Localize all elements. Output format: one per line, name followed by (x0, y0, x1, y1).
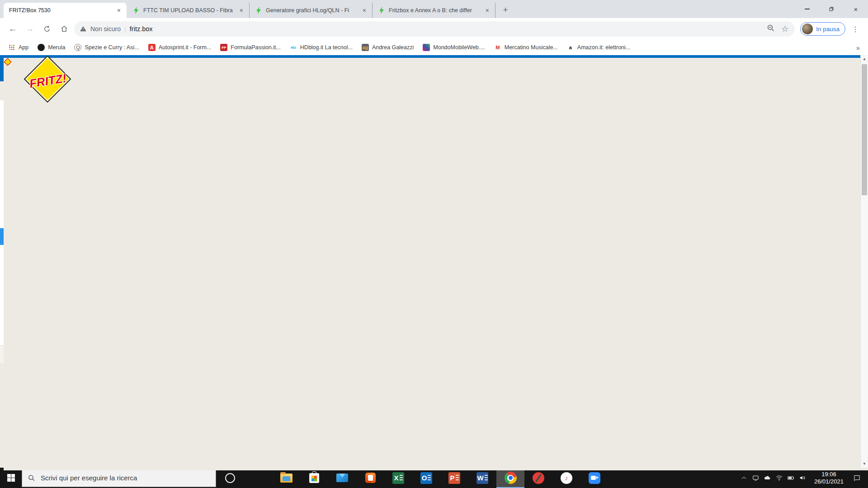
office-shape (365, 473, 376, 483)
back-icon[interactable]: ← (5, 22, 20, 36)
tab-close-icon[interactable]: × (238, 7, 245, 14)
folder-shape (280, 474, 292, 483)
tab-close-icon[interactable]: × (116, 7, 122, 14)
new-tab-button[interactable]: + (499, 4, 512, 16)
battery-icon[interactable] (787, 474, 795, 482)
taskbar-clock[interactable]: 19:06 26/01/2021 (814, 471, 844, 485)
cast-icon[interactable] (752, 474, 760, 482)
taskbar-taskview-icon[interactable] (244, 468, 272, 488)
taskbar-cortana-icon[interactable] (216, 468, 244, 488)
browser-tab[interactable]: FTTC TIM UPLOAD BASSO - Fibra× (127, 3, 250, 18)
tab-close-icon[interactable]: × (361, 7, 368, 14)
bookmark-favicon: ag (362, 44, 369, 51)
tab-close-icon[interactable]: × (484, 7, 491, 14)
wifi-icon[interactable] (775, 474, 783, 482)
taskbar-powerpoint-icon[interactable]: P (440, 468, 468, 488)
bookmark-label: Amazon.it: elettroni... (577, 44, 630, 51)
tabf (280, 472, 286, 474)
minimize-button[interactable] (795, 0, 819, 18)
start-button[interactable] (0, 468, 22, 488)
bookmark-label: FormulaPassion.it... (231, 44, 280, 51)
bookmark-item[interactable]: HDHDblog.it La tecnol... (286, 42, 356, 52)
omnibox[interactable]: Non sicuro | fritz.box ☆ (74, 21, 795, 37)
clock-time: 19:06 (814, 471, 844, 478)
bookmark-label: Spezie e Curry : Asi... (85, 44, 139, 51)
bookmark-favicon (38, 44, 45, 51)
chrome-shape (505, 472, 517, 484)
browser-tab[interactable]: Generatore grafici HLog/QLN - Fi× (250, 3, 373, 18)
browser-menu-icon[interactable]: ⋮ (848, 25, 863, 33)
bookmark-item[interactable]: Merula (34, 42, 69, 52)
cortana-shape (225, 473, 235, 483)
forward-icon[interactable]: → (23, 22, 37, 36)
bookmark-item[interactable]: QSpezie e Curry : Asi... (71, 42, 142, 52)
bookmarks-bar: AppMerulaQSpezie e Curry : Asi...AAutosp… (0, 40, 868, 55)
close-button[interactable]: × (844, 0, 868, 18)
browser-tab[interactable]: Fritzbox e Annex A o B: che differ× (373, 3, 495, 18)
bookmark-label: Merula (48, 44, 65, 51)
browser-tab[interactable]: FRITZ!Box 7530× (4, 3, 127, 18)
taskbar-mail-icon[interactable] (328, 468, 356, 488)
security-label: Non sicuro (90, 25, 121, 33)
taskbar-explorer-icon[interactable] (272, 468, 300, 488)
bookmarks-list: AppMerulaQSpezie e Curry : Asi...AAutosp… (5, 42, 634, 52)
ccleaner-shape (533, 472, 544, 484)
bookmark-item[interactable]: AAutosprint.it - Form... (145, 42, 215, 52)
page-scrollbar[interactable]: ▲ ▼ (860, 55, 868, 468)
bookmark-item[interactable]: MMercatino Musicale... (491, 42, 561, 52)
taskbar-ccleaner-icon[interactable] (524, 468, 552, 488)
warning-triangle (80, 25, 87, 33)
bookmark-favicon: M (494, 44, 501, 51)
bookmark-item[interactable]: aAmazon.it: elettroni... (563, 42, 634, 52)
scroll-up-icon[interactable]: ▲ (861, 57, 868, 61)
bookmark-favicon: Q (74, 44, 81, 51)
home-icon[interactable] (57, 22, 71, 36)
itunes-shape: ♪ (561, 472, 572, 484)
magnifier-minus (767, 24, 775, 32)
not-secure-warning-icon[interactable] (80, 25, 87, 33)
profile-chip[interactable]: In pausa (800, 22, 845, 36)
bookmark-item[interactable]: MondoMobileWeb.... (419, 42, 488, 52)
tab-title: FRITZ!Box 7530 (9, 7, 112, 14)
bookmark-item[interactable]: FPFormulaPassion.it... (217, 42, 284, 52)
reload-icon[interactable] (40, 22, 54, 36)
reload-glyph (43, 25, 51, 33)
taskbar-chrome-icon[interactable] (496, 468, 524, 488)
bookmark-item[interactable]: agAndrea Galeazzi (358, 42, 417, 52)
action-center-icon[interactable] (853, 474, 861, 482)
taskbar-outlook-icon[interactable]: O (412, 468, 440, 488)
tab-title: Fritzbox e Annex A o B: che differ (389, 7, 481, 14)
home-glyph (60, 25, 68, 33)
taskbar-zoom-icon[interactable] (580, 468, 609, 488)
clock-date: 26/01/2021 (814, 478, 844, 485)
bolt-favicon-icon (378, 7, 385, 14)
scroll-down-icon[interactable]: ▼ (861, 462, 868, 466)
powerpoint-glyph: P (448, 472, 460, 484)
outlook-glyph: O (420, 472, 432, 484)
bookmark-label: Andrea Galeazzi (372, 44, 414, 51)
taskbar-office-icon[interactable] (356, 468, 384, 488)
taskbar-store-icon[interactable] (300, 468, 328, 488)
bookmark-item[interactable]: App (5, 42, 32, 52)
scrollbar-thumb[interactable] (862, 64, 867, 195)
bookmarks-overflow-icon[interactable]: » (856, 44, 863, 52)
taskbar-excel-icon[interactable]: X (384, 468, 412, 488)
fritz-logo[interactable]: FRITZ! (23, 56, 72, 106)
browser-titlebar: FRITZ!Box 7530×FTTC TIM UPLOAD BASSO - F… (0, 0, 868, 18)
taskbar-word-icon[interactable]: W (468, 468, 496, 488)
bookmark-star-icon[interactable]: ☆ (781, 25, 789, 33)
excel-glyph: X (392, 472, 404, 484)
restore-button[interactable] (819, 0, 844, 18)
tray-chevron-icon[interactable] (740, 474, 748, 482)
bolt-favicon-icon (255, 7, 262, 14)
volume-icon[interactable] (799, 474, 807, 482)
system-tray: 19:06 26/01/2021 (740, 471, 868, 485)
bookmark-label: HDblog.it La tecnol... (300, 44, 353, 51)
taskbar-itunes-icon[interactable]: ♪ (552, 468, 580, 488)
zoom-indicator-icon[interactable] (767, 24, 775, 34)
url-text: fritz.box (130, 25, 153, 33)
onedrive-icon[interactable] (764, 474, 771, 482)
search-placeholder: Scrivi qui per eseguire la ricerca (41, 474, 137, 482)
taskbar-search[interactable]: Scrivi qui per eseguire la ricerca (22, 469, 216, 487)
bookmark-favicon: a (567, 44, 574, 51)
